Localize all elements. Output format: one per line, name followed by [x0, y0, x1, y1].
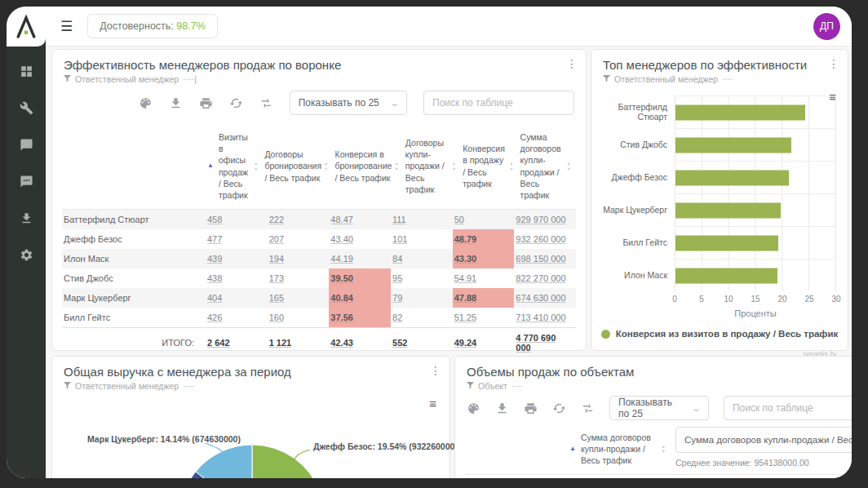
app-logo[interactable]: [7, 7, 46, 47]
cell-value[interactable]: 194: [269, 254, 284, 264]
total-value[interactable]: 552: [392, 338, 407, 348]
cell-value[interactable]: 929 970 000: [516, 215, 565, 224]
sort-icons[interactable]: ▲▼: [394, 161, 398, 171]
gear-icon[interactable]: [18, 246, 34, 263]
column-header[interactable]: Визиты в офисы продаж / Весь трафик: [219, 131, 251, 201]
cell-value[interactable]: 48.47: [330, 215, 353, 224]
cell-value[interactable]: 439: [207, 254, 222, 264]
card-menu-button[interactable]: ⋮: [828, 58, 839, 69]
cell-value[interactable]: 95: [392, 273, 402, 283]
print-icon[interactable]: [199, 96, 213, 110]
cell-value[interactable]: 50: [454, 215, 464, 224]
cell-value[interactable]: 222: [269, 215, 284, 224]
total-value[interactable]: 2 642: [207, 338, 230, 348]
cell-value[interactable]: 40.84: [330, 293, 353, 303]
cell-value[interactable]: 37.56: [330, 313, 353, 322]
x-tick: 25: [804, 295, 813, 304]
total-value[interactable]: 1 121: [269, 338, 292, 348]
donut-slices[interactable]: [179, 445, 325, 478]
sort-active-icon[interactable]: ▲: [207, 162, 214, 171]
bar[interactable]: [675, 104, 805, 120]
filter-values[interactable]: ····|: [183, 74, 197, 84]
cell-value[interactable]: 822 270 000: [516, 273, 565, 283]
cell-value[interactable]: 43.40: [330, 234, 353, 244]
cell-value[interactable]: 160: [269, 313, 284, 322]
flow-icon[interactable]: [259, 96, 273, 110]
cell-value[interactable]: 713 410 000: [516, 313, 565, 322]
sort-active-icon[interactable]: ▲: [569, 445, 576, 454]
refresh-icon[interactable]: [552, 401, 566, 415]
total-value[interactable]: 42.43: [330, 338, 353, 348]
sort-icons[interactable]: ▲▼: [567, 161, 571, 171]
palette-icon[interactable]: [139, 96, 153, 110]
cell-value[interactable]: 54.91: [454, 273, 477, 283]
download-icon[interactable]: [169, 96, 183, 110]
card-menu-button[interactable]: ⋮: [430, 365, 441, 376]
download-icon[interactable]: [18, 210, 34, 226]
cell-value[interactable]: 43.30: [454, 254, 477, 264]
cell-value[interactable]: 698 150 000: [516, 254, 565, 264]
total-value[interactable]: 4 770 690 000: [516, 333, 571, 353]
cell-value[interactable]: 82: [392, 313, 402, 322]
column-header[interactable]: Конверсия в бронирование / Весь трафик: [335, 149, 392, 184]
column-header[interactable]: Конверсия в продажу / Весь трафик: [463, 143, 507, 189]
metric-select[interactable]: Сумма договоров купли-продажи / Вес ⌄: [675, 427, 852, 453]
cell-value[interactable]: 674 630 000: [516, 293, 565, 303]
cell-value[interactable]: 44.19: [330, 254, 353, 264]
page-size-select[interactable]: Показывать по 25 ⌄: [609, 396, 709, 420]
wrench-icon[interactable]: [18, 100, 34, 116]
cell-value[interactable]: 84: [392, 254, 402, 264]
bar[interactable]: [675, 202, 781, 218]
column-header[interactable]: Договоры купли-продажи / Весь трафик: [405, 137, 450, 195]
cell-value[interactable]: 932 260 000: [516, 234, 565, 244]
cell-value[interactable]: 173: [269, 273, 284, 283]
sort-icons[interactable]: ▲▼: [254, 161, 258, 171]
cell-value[interactable]: 101: [392, 234, 407, 244]
chat-dots-icon[interactable]: [18, 173, 34, 189]
cell-value[interactable]: 426: [207, 313, 222, 322]
chat-icon[interactable]: [18, 136, 34, 153]
sort-icons[interactable]: ▲▼: [324, 161, 328, 171]
column-header[interactable]: Сумма договоров купли-продажи / Весь тра…: [520, 131, 565, 201]
table-search-input[interactable]: [724, 396, 852, 420]
user-avatar[interactable]: ДП: [813, 13, 840, 40]
flow-icon[interactable]: [581, 401, 595, 415]
cell-value[interactable]: 458: [207, 215, 222, 224]
card-menu-button[interactable]: ⋮: [566, 58, 578, 69]
page-size-select[interactable]: Показывать по 25 ⌄: [290, 91, 407, 115]
chart-legend[interactable]: Конверсия из визитов в продажу / Весь тр…: [591, 329, 848, 339]
refresh-icon[interactable]: [229, 96, 243, 110]
cell-value[interactable]: 207: [269, 234, 284, 244]
cell-value[interactable]: 47.88: [454, 293, 477, 303]
cell-value[interactable]: 39.50: [330, 273, 353, 283]
sort-icons[interactable]: ▲▼: [452, 161, 456, 171]
total-value[interactable]: 49.24: [454, 338, 477, 348]
table-search-input[interactable]: [423, 91, 574, 115]
cell-value[interactable]: 48.79: [454, 234, 477, 244]
column-header[interactable]: Сумма договоров купли-продажи / Весь тра…: [581, 432, 659, 467]
donut-slice[interactable]: [252, 445, 321, 478]
x-tick: 20: [777, 295, 786, 304]
cell-value[interactable]: 79: [392, 293, 402, 303]
filter-values[interactable]: ····: [722, 74, 733, 84]
download-icon[interactable]: [495, 401, 509, 415]
filter-values[interactable]: ····: [183, 381, 194, 391]
bar[interactable]: [675, 235, 778, 251]
bar[interactable]: [675, 170, 789, 185]
cell-value[interactable]: 165: [269, 293, 284, 303]
filter-values[interactable]: ····: [512, 381, 523, 391]
bar[interactable]: [675, 137, 791, 153]
cell-value[interactable]: 477: [207, 234, 222, 244]
cell-value[interactable]: 404: [207, 293, 222, 303]
donut-slice[interactable]: [196, 445, 252, 478]
cell-value[interactable]: 51.25: [454, 313, 477, 322]
print-icon[interactable]: [524, 401, 538, 415]
palette-icon[interactable]: [467, 401, 480, 415]
column-header[interactable]: Договоры бронирования / Весь трафик: [264, 149, 321, 184]
sort-icons[interactable]: ▲▼: [509, 161, 513, 171]
dashboard-grid-icon[interactable]: [18, 63, 34, 79]
cell-value[interactable]: 438: [207, 273, 222, 283]
menu-toggle-icon[interactable]: ☰: [60, 18, 73, 35]
cell-value[interactable]: 111: [392, 215, 406, 224]
bar[interactable]: [675, 268, 777, 283]
